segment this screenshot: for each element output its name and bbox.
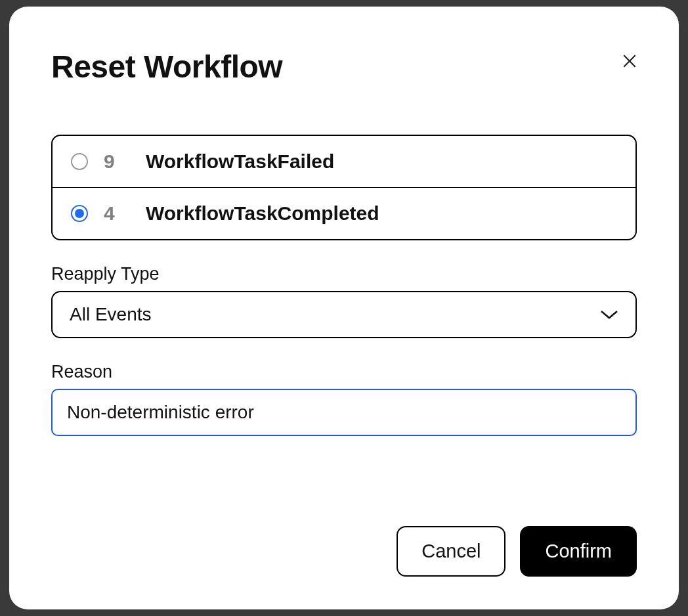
reason-field: Reason (51, 362, 637, 436)
reset-workflow-modal: Reset Workflow 9 WorkflowTaskFailed 4 Wo… (9, 7, 679, 609)
chevron-down-icon (600, 309, 618, 320)
event-option-row[interactable]: 4 WorkflowTaskCompleted (53, 187, 635, 239)
cancel-button[interactable]: Cancel (397, 526, 505, 577)
reason-input[interactable] (51, 389, 637, 436)
confirm-button[interactable]: Confirm (520, 526, 637, 577)
event-option-row[interactable]: 9 WorkflowTaskFailed (53, 136, 635, 187)
reapply-type-label: Reapply Type (51, 264, 637, 284)
reapply-type-field: Reapply Type All Events (51, 264, 637, 338)
radio-unselected-icon (71, 153, 88, 170)
modal-footer: Cancel Confirm (51, 500, 637, 577)
event-label: WorkflowTaskCompleted (146, 202, 379, 225)
event-id: 4 (104, 202, 130, 225)
event-options-list: 9 WorkflowTaskFailed 4 WorkflowTaskCompl… (51, 135, 637, 240)
event-label: WorkflowTaskFailed (146, 150, 334, 173)
reason-label: Reason (51, 362, 637, 382)
reapply-type-select[interactable]: All Events (51, 291, 637, 338)
modal-header: Reset Workflow (51, 49, 637, 85)
event-id: 9 (104, 150, 130, 173)
reapply-type-value: All Events (70, 304, 152, 325)
radio-selected-icon (71, 205, 88, 222)
close-icon (621, 53, 638, 70)
close-button[interactable] (618, 50, 641, 74)
modal-title: Reset Workflow (51, 49, 282, 85)
